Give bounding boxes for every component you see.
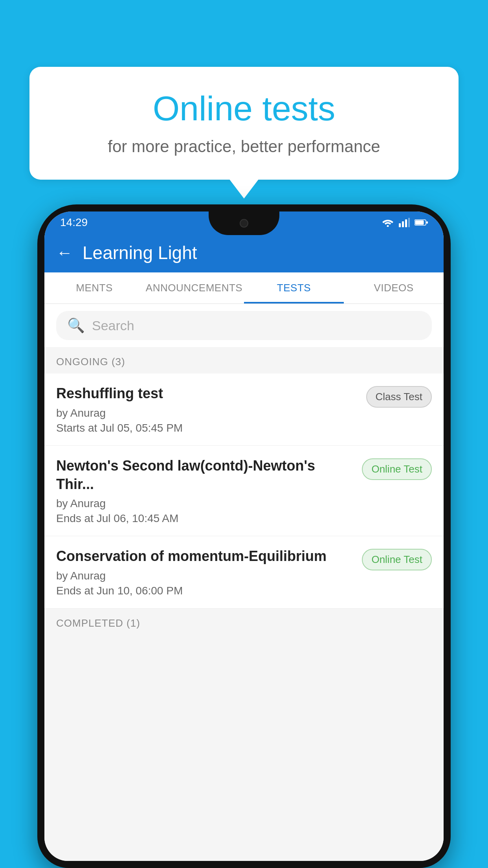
- svg-rect-1: [399, 223, 401, 227]
- search-input-wrapper[interactable]: 🔍 Search: [56, 311, 432, 340]
- app-header: ← Learning Light: [44, 233, 444, 272]
- completed-title: COMPLETED (1): [56, 617, 140, 629]
- app-title: Learning Light: [83, 242, 197, 263]
- test-item-2[interactable]: Newton's Second law(contd)-Newton's Thir…: [44, 446, 444, 537]
- battery-icon: [415, 219, 428, 226]
- test-time-2: Ends at Jul 06, 10:45 AM: [56, 512, 354, 525]
- test-info-1: Reshuffling test by Anurag Starts at Jul…: [56, 384, 358, 434]
- tab-ments[interactable]: MENTS: [44, 272, 144, 303]
- search-section: 🔍 Search: [44, 304, 444, 347]
- test-author-1: by Anurag: [56, 407, 358, 419]
- speech-bubble: Online tests for more practice, better p…: [29, 67, 459, 180]
- svg-rect-2: [402, 221, 404, 227]
- ongoing-title: ONGOING (3): [56, 356, 125, 368]
- back-button[interactable]: ←: [56, 243, 73, 262]
- status-icons: [382, 218, 428, 227]
- test-info-2: Newton's Second law(contd)-Newton's Thir…: [56, 457, 354, 525]
- status-time: 14:29: [60, 216, 88, 229]
- search-icon: 🔍: [67, 317, 85, 334]
- test-info-3: Conservation of momentum-Equilibrium by …: [56, 547, 354, 597]
- svg-rect-4: [408, 218, 410, 227]
- completed-section-header: COMPLETED (1): [44, 609, 444, 635]
- test-badge-3: Online Test: [362, 549, 432, 570]
- test-name-3: Conservation of momentum-Equilibrium: [56, 547, 354, 566]
- test-badge-2: Online Test: [362, 458, 432, 480]
- test-item-3[interactable]: Conservation of momentum-Equilibrium by …: [44, 536, 444, 609]
- phone-notch: [209, 211, 279, 235]
- test-badge-1: Class Test: [366, 386, 432, 408]
- wifi-icon: [382, 218, 394, 227]
- signal-icon: [399, 218, 410, 227]
- tab-tests[interactable]: TESTS: [244, 272, 344, 303]
- svg-point-0: [387, 225, 389, 227]
- test-author-3: by Anurag: [56, 570, 354, 582]
- tab-announcements[interactable]: ANNOUNCEMENTS: [144, 272, 244, 303]
- test-list: Reshuffling test by Anurag Starts at Jul…: [44, 373, 444, 609]
- tab-videos[interactable]: VIDEOS: [344, 272, 444, 303]
- phone-screen: 14:29: [44, 211, 444, 861]
- content-area: 🔍 Search ONGOING (3) Reshuffling test by…: [44, 304, 444, 861]
- phone-frame: 14:29: [37, 204, 451, 868]
- svg-rect-6: [415, 220, 424, 224]
- test-name-1: Reshuffling test: [56, 384, 358, 403]
- svg-rect-7: [426, 221, 428, 224]
- test-name-2: Newton's Second law(contd)-Newton's Thir…: [56, 457, 354, 494]
- tab-bar: MENTS ANNOUNCEMENTS TESTS VIDEOS: [44, 272, 444, 304]
- bubble-title: Online tests: [53, 88, 435, 129]
- screen-inner: 14:29: [44, 211, 444, 861]
- bubble-subtitle: for more practice, better performance: [53, 137, 435, 156]
- ongoing-section-header: ONGOING (3): [44, 347, 444, 373]
- notch-camera: [240, 219, 248, 228]
- test-time-3: Ends at Jun 10, 06:00 PM: [56, 585, 354, 597]
- test-item-1[interactable]: Reshuffling test by Anurag Starts at Jul…: [44, 373, 444, 446]
- test-author-2: by Anurag: [56, 497, 354, 510]
- test-time-1: Starts at Jul 05, 05:45 PM: [56, 422, 358, 434]
- svg-rect-3: [405, 219, 407, 227]
- search-placeholder: Search: [92, 318, 134, 333]
